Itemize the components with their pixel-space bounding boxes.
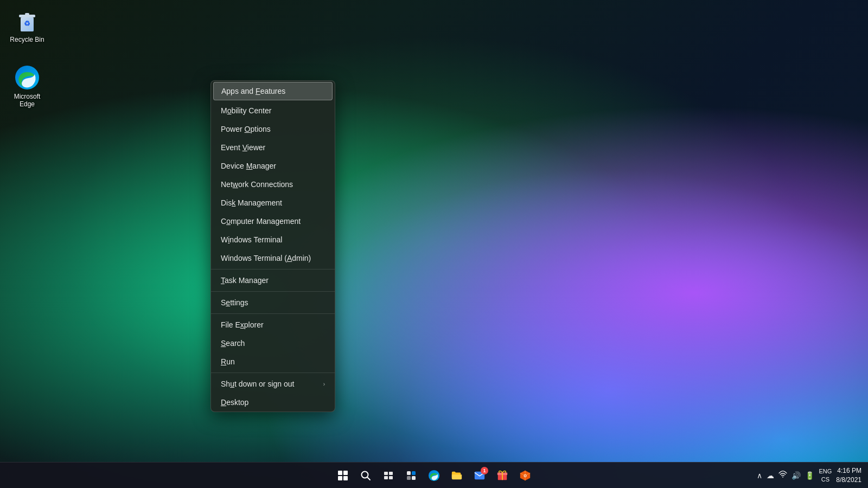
menu-item-desktop[interactable]: Desktop (211, 393, 335, 412)
svg-point-22 (782, 477, 783, 478)
svg-text:♻: ♻ (24, 20, 30, 28)
context-menu: Apps and Features Mobility Center Power … (210, 80, 335, 412)
language-indicator[interactable]: ENG CS (819, 467, 832, 483)
menu-item-windows-terminal[interactable]: Windows Terminal (211, 230, 335, 249)
menu-item-apps-features[interactable]: Apps and Features (213, 82, 333, 100)
taskbar-gift-icon[interactable] (493, 466, 512, 485)
widgets-button[interactable] (401, 466, 421, 485)
taskbar-edge-icon[interactable] (424, 466, 444, 485)
taskbar-search-button[interactable] (356, 466, 375, 485)
menu-item-task-manager[interactable]: Task Manager (211, 271, 335, 290)
office-icon: O (519, 470, 531, 481)
menu-item-power-options[interactable]: Power Options (211, 120, 335, 138)
task-view-button[interactable] (379, 466, 398, 485)
taskbar-center-icons: 1 O (333, 466, 535, 485)
menu-separator-1 (211, 269, 335, 269)
svg-rect-13 (412, 471, 416, 475)
svg-text:O: O (524, 473, 527, 478)
svg-rect-14 (407, 476, 411, 480)
gift-icon (496, 470, 508, 481)
svg-rect-15 (412, 476, 416, 480)
recycle-bin-label: Recycle Bin (10, 36, 44, 43)
svg-rect-20 (502, 472, 503, 480)
windows-icon (338, 471, 348, 480)
taskbar-right: ∧ ☁ 🔊 🔋 ENG CS 4:16 PM 8/8/2021 (757, 466, 861, 485)
menu-item-settings[interactable]: Settings (211, 293, 335, 312)
svg-rect-11 (389, 476, 393, 479)
menu-item-event-viewer[interactable]: Event Viewer (211, 138, 335, 157)
mail-badge: 1 (481, 467, 488, 474)
menu-item-disk-management[interactable]: Disk Management (211, 194, 335, 212)
system-clock[interactable]: 4:16 PM 8/8/2021 (836, 466, 861, 485)
taskbar-office-icon[interactable]: O (515, 466, 535, 485)
svg-rect-10 (384, 476, 388, 479)
shut-down-arrow: › (323, 381, 325, 387)
tray-cloud-icon[interactable]: ☁ (767, 471, 774, 480)
desktop (0, 0, 868, 488)
svg-rect-12 (407, 471, 411, 475)
widgets-icon (406, 470, 417, 481)
menu-item-mobility-center[interactable]: Mobility Center (211, 101, 335, 120)
microsoft-edge-desktop-icon[interactable]: Microsoft Edge (5, 62, 49, 110)
menu-item-computer-management[interactable]: Computer Management (211, 212, 335, 230)
menu-separator-3 (211, 313, 335, 314)
tray-wifi-icon[interactable] (778, 470, 787, 480)
recycle-bin-icon[interactable]: ♻ Recycle Bin (5, 5, 49, 46)
svg-rect-8 (384, 472, 388, 475)
microsoft-edge-label: Microsoft Edge (8, 93, 47, 108)
taskbar-mail-icon-wrap[interactable]: 1 (470, 466, 489, 485)
tray-chevron-icon[interactable]: ∧ (757, 471, 762, 480)
edge-icon (428, 470, 440, 481)
menu-separator-2 (211, 291, 335, 292)
task-view-icon (383, 470, 394, 481)
search-icon (360, 470, 371, 481)
menu-item-search[interactable]: Search (211, 334, 335, 352)
tray-sound-icon[interactable]: 🔊 (792, 471, 801, 480)
menu-item-run[interactable]: Run (211, 352, 335, 371)
start-button[interactable] (333, 466, 353, 485)
menu-item-network-connections[interactable]: Network Connections (211, 175, 335, 194)
tray-battery-icon[interactable]: 🔋 (805, 471, 814, 480)
menu-item-file-explorer[interactable]: File Explorer (211, 316, 335, 334)
menu-item-windows-terminal-admin[interactable]: Windows Terminal (Admin) (211, 249, 335, 267)
svg-rect-9 (389, 472, 393, 475)
menu-separator-4 (211, 373, 335, 373)
menu-item-shut-down[interactable]: Shut down or sign out › (211, 375, 335, 393)
taskbar: 1 O ∧ ☁ (0, 462, 868, 488)
svg-rect-3 (25, 13, 29, 15)
taskbar-explorer-icon[interactable] (447, 466, 467, 485)
svg-line-7 (367, 477, 370, 480)
explorer-icon (451, 470, 463, 481)
menu-item-device-manager[interactable]: Device Manager (211, 157, 335, 175)
